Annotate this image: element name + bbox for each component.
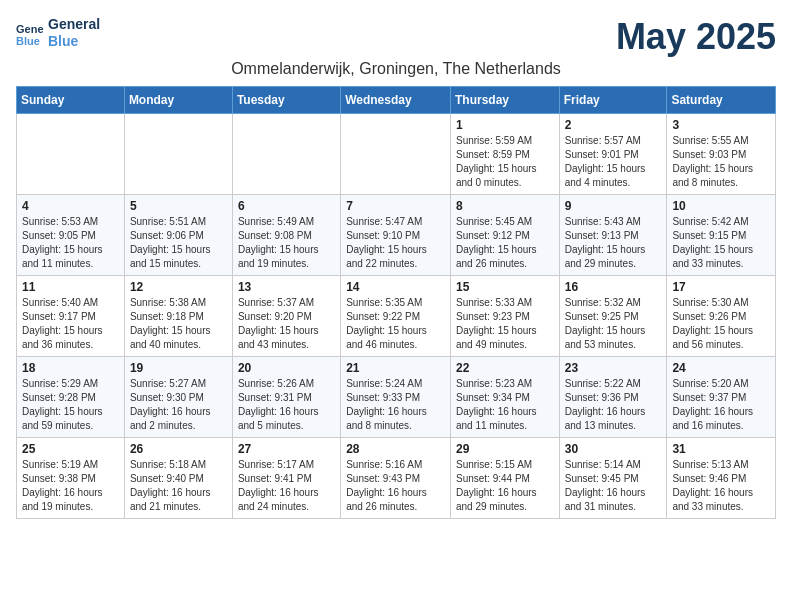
calendar-cell: 17Sunrise: 5:30 AMSunset: 9:26 PMDayligh… bbox=[667, 276, 776, 357]
calendar-cell: 30Sunrise: 5:14 AMSunset: 9:45 PMDayligh… bbox=[559, 438, 667, 519]
calendar-cell: 10Sunrise: 5:42 AMSunset: 9:15 PMDayligh… bbox=[667, 195, 776, 276]
day-info: Sunrise: 5:51 AMSunset: 9:06 PMDaylight:… bbox=[130, 215, 227, 271]
day-info: Sunrise: 5:32 AMSunset: 9:25 PMDaylight:… bbox=[565, 296, 662, 352]
calendar-cell: 27Sunrise: 5:17 AMSunset: 9:41 PMDayligh… bbox=[232, 438, 340, 519]
day-number: 16 bbox=[565, 280, 662, 294]
day-info: Sunrise: 5:20 AMSunset: 9:37 PMDaylight:… bbox=[672, 377, 770, 433]
weekday-header-tuesday: Tuesday bbox=[232, 87, 340, 114]
day-info: Sunrise: 5:37 AMSunset: 9:20 PMDaylight:… bbox=[238, 296, 335, 352]
day-info: Sunrise: 5:57 AMSunset: 9:01 PMDaylight:… bbox=[565, 134, 662, 190]
calendar-cell: 22Sunrise: 5:23 AMSunset: 9:34 PMDayligh… bbox=[450, 357, 559, 438]
day-number: 26 bbox=[130, 442, 227, 456]
day-info: Sunrise: 5:30 AMSunset: 9:26 PMDaylight:… bbox=[672, 296, 770, 352]
calendar-cell: 12Sunrise: 5:38 AMSunset: 9:18 PMDayligh… bbox=[124, 276, 232, 357]
day-number: 14 bbox=[346, 280, 445, 294]
day-info: Sunrise: 5:13 AMSunset: 9:46 PMDaylight:… bbox=[672, 458, 770, 514]
day-info: Sunrise: 5:35 AMSunset: 9:22 PMDaylight:… bbox=[346, 296, 445, 352]
day-number: 11 bbox=[22, 280, 119, 294]
calendar-cell: 14Sunrise: 5:35 AMSunset: 9:22 PMDayligh… bbox=[341, 276, 451, 357]
svg-text:General: General bbox=[16, 23, 44, 35]
day-number: 6 bbox=[238, 199, 335, 213]
calendar-cell: 9Sunrise: 5:43 AMSunset: 9:13 PMDaylight… bbox=[559, 195, 667, 276]
day-number: 4 bbox=[22, 199, 119, 213]
day-number: 12 bbox=[130, 280, 227, 294]
day-number: 23 bbox=[565, 361, 662, 375]
calendar-cell: 8Sunrise: 5:45 AMSunset: 9:12 PMDaylight… bbox=[450, 195, 559, 276]
weekday-header-friday: Friday bbox=[559, 87, 667, 114]
day-number: 13 bbox=[238, 280, 335, 294]
calendar-cell: 19Sunrise: 5:27 AMSunset: 9:30 PMDayligh… bbox=[124, 357, 232, 438]
day-info: Sunrise: 5:18 AMSunset: 9:40 PMDaylight:… bbox=[130, 458, 227, 514]
calendar-cell: 24Sunrise: 5:20 AMSunset: 9:37 PMDayligh… bbox=[667, 357, 776, 438]
day-info: Sunrise: 5:29 AMSunset: 9:28 PMDaylight:… bbox=[22, 377, 119, 433]
calendar-cell: 20Sunrise: 5:26 AMSunset: 9:31 PMDayligh… bbox=[232, 357, 340, 438]
calendar-cell: 2Sunrise: 5:57 AMSunset: 9:01 PMDaylight… bbox=[559, 114, 667, 195]
day-info: Sunrise: 5:24 AMSunset: 9:33 PMDaylight:… bbox=[346, 377, 445, 433]
calendar-cell: 26Sunrise: 5:18 AMSunset: 9:40 PMDayligh… bbox=[124, 438, 232, 519]
calendar-cell: 16Sunrise: 5:32 AMSunset: 9:25 PMDayligh… bbox=[559, 276, 667, 357]
calendar-cell: 15Sunrise: 5:33 AMSunset: 9:23 PMDayligh… bbox=[450, 276, 559, 357]
day-info: Sunrise: 5:53 AMSunset: 9:05 PMDaylight:… bbox=[22, 215, 119, 271]
calendar-cell: 28Sunrise: 5:16 AMSunset: 9:43 PMDayligh… bbox=[341, 438, 451, 519]
calendar-cell: 3Sunrise: 5:55 AMSunset: 9:03 PMDaylight… bbox=[667, 114, 776, 195]
day-info: Sunrise: 5:14 AMSunset: 9:45 PMDaylight:… bbox=[565, 458, 662, 514]
day-number: 21 bbox=[346, 361, 445, 375]
svg-text:Blue: Blue bbox=[16, 35, 40, 47]
calendar-cell: 18Sunrise: 5:29 AMSunset: 9:28 PMDayligh… bbox=[17, 357, 125, 438]
calendar-cell: 6Sunrise: 5:49 AMSunset: 9:08 PMDaylight… bbox=[232, 195, 340, 276]
day-info: Sunrise: 5:22 AMSunset: 9:36 PMDaylight:… bbox=[565, 377, 662, 433]
day-number: 20 bbox=[238, 361, 335, 375]
calendar-cell: 23Sunrise: 5:22 AMSunset: 9:36 PMDayligh… bbox=[559, 357, 667, 438]
day-info: Sunrise: 5:17 AMSunset: 9:41 PMDaylight:… bbox=[238, 458, 335, 514]
day-number: 29 bbox=[456, 442, 554, 456]
day-info: Sunrise: 5:45 AMSunset: 9:12 PMDaylight:… bbox=[456, 215, 554, 271]
logo: General Blue General Blue bbox=[16, 16, 100, 50]
calendar-cell: 13Sunrise: 5:37 AMSunset: 9:20 PMDayligh… bbox=[232, 276, 340, 357]
day-info: Sunrise: 5:55 AMSunset: 9:03 PMDaylight:… bbox=[672, 134, 770, 190]
calendar-cell: 5Sunrise: 5:51 AMSunset: 9:06 PMDaylight… bbox=[124, 195, 232, 276]
day-info: Sunrise: 5:43 AMSunset: 9:13 PMDaylight:… bbox=[565, 215, 662, 271]
day-number: 24 bbox=[672, 361, 770, 375]
day-number: 15 bbox=[456, 280, 554, 294]
day-number: 17 bbox=[672, 280, 770, 294]
month-title: May 2025 bbox=[616, 16, 776, 58]
day-info: Sunrise: 5:23 AMSunset: 9:34 PMDaylight:… bbox=[456, 377, 554, 433]
day-info: Sunrise: 5:42 AMSunset: 9:15 PMDaylight:… bbox=[672, 215, 770, 271]
day-info: Sunrise: 5:19 AMSunset: 9:38 PMDaylight:… bbox=[22, 458, 119, 514]
day-number: 18 bbox=[22, 361, 119, 375]
day-number: 28 bbox=[346, 442, 445, 456]
day-number: 9 bbox=[565, 199, 662, 213]
calendar-table: SundayMondayTuesdayWednesdayThursdayFrid… bbox=[16, 86, 776, 519]
weekday-header-monday: Monday bbox=[124, 87, 232, 114]
day-info: Sunrise: 5:38 AMSunset: 9:18 PMDaylight:… bbox=[130, 296, 227, 352]
calendar-cell: 11Sunrise: 5:40 AMSunset: 9:17 PMDayligh… bbox=[17, 276, 125, 357]
day-number: 2 bbox=[565, 118, 662, 132]
day-info: Sunrise: 5:40 AMSunset: 9:17 PMDaylight:… bbox=[22, 296, 119, 352]
calendar-cell bbox=[17, 114, 125, 195]
logo-icon: General Blue bbox=[16, 19, 44, 47]
day-info: Sunrise: 5:49 AMSunset: 9:08 PMDaylight:… bbox=[238, 215, 335, 271]
calendar-cell: 1Sunrise: 5:59 AMSunset: 8:59 PMDaylight… bbox=[450, 114, 559, 195]
day-info: Sunrise: 5:15 AMSunset: 9:44 PMDaylight:… bbox=[456, 458, 554, 514]
calendar-cell: 31Sunrise: 5:13 AMSunset: 9:46 PMDayligh… bbox=[667, 438, 776, 519]
day-info: Sunrise: 5:47 AMSunset: 9:10 PMDaylight:… bbox=[346, 215, 445, 271]
day-info: Sunrise: 5:16 AMSunset: 9:43 PMDaylight:… bbox=[346, 458, 445, 514]
logo-general: General bbox=[48, 16, 100, 33]
calendar-cell bbox=[232, 114, 340, 195]
day-number: 7 bbox=[346, 199, 445, 213]
day-number: 5 bbox=[130, 199, 227, 213]
calendar-cell: 7Sunrise: 5:47 AMSunset: 9:10 PMDaylight… bbox=[341, 195, 451, 276]
day-number: 3 bbox=[672, 118, 770, 132]
day-number: 19 bbox=[130, 361, 227, 375]
logo-blue: Blue bbox=[48, 33, 100, 50]
weekday-header-sunday: Sunday bbox=[17, 87, 125, 114]
subtitle: Ommelanderwijk, Groningen, The Netherlan… bbox=[16, 60, 776, 78]
day-number: 31 bbox=[672, 442, 770, 456]
day-number: 8 bbox=[456, 199, 554, 213]
calendar-cell: 4Sunrise: 5:53 AMSunset: 9:05 PMDaylight… bbox=[17, 195, 125, 276]
day-info: Sunrise: 5:27 AMSunset: 9:30 PMDaylight:… bbox=[130, 377, 227, 433]
day-number: 1 bbox=[456, 118, 554, 132]
weekday-header-thursday: Thursday bbox=[450, 87, 559, 114]
calendar-cell: 21Sunrise: 5:24 AMSunset: 9:33 PMDayligh… bbox=[341, 357, 451, 438]
day-info: Sunrise: 5:59 AMSunset: 8:59 PMDaylight:… bbox=[456, 134, 554, 190]
